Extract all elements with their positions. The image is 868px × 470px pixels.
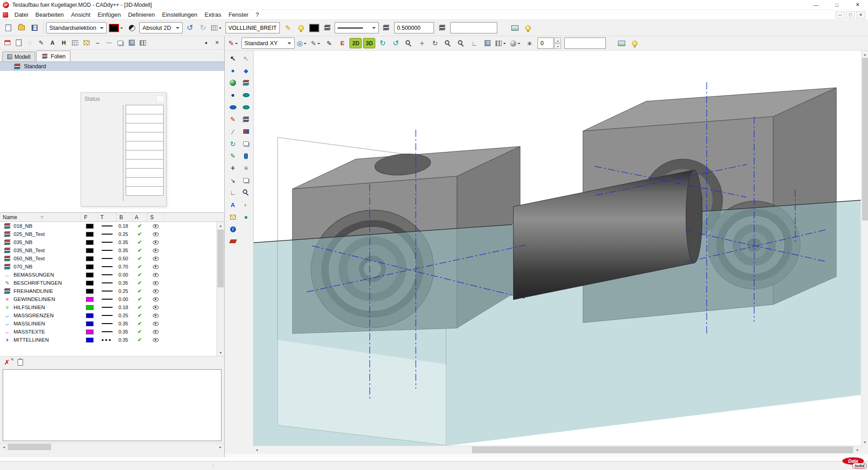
- tree-item-standard[interactable]: Standard: [0, 62, 224, 71]
- new-document-icon[interactable]: [2, 22, 14, 34]
- close-button[interactable]: ✕: [847, 0, 868, 9]
- sketch-pen-icon[interactable]: ✎: [227, 114, 239, 125]
- document-icon[interactable]: [3, 12, 8, 18]
- column-header-b[interactable]: B: [117, 213, 132, 221]
- panel-horizontal-scrollbar[interactable]: ◂ ▸: [0, 443, 224, 451]
- frame-icon[interactable]: [115, 38, 125, 48]
- ucs-corner-icon[interactable]: ∟: [468, 37, 480, 49]
- view-free-input[interactable]: [563, 37, 607, 49]
- layer-row[interactable]: 035_NB0.35✔: [0, 238, 217, 246]
- snap-arrow-icon[interactable]: ↘: [227, 175, 239, 186]
- layer-visibility-eye[interactable]: [153, 224, 159, 228]
- layer-visibility-eye[interactable]: [153, 249, 159, 253]
- scroll-down-icon[interactable]: ▾: [217, 349, 224, 356]
- layer-visibility-eye[interactable]: [153, 289, 159, 293]
- status-field[interactable]: [126, 141, 164, 150]
- layer-active-check[interactable]: ✔: [137, 313, 142, 318]
- status-field[interactable]: [126, 177, 164, 187]
- layer-active-check[interactable]: ✔: [137, 272, 142, 277]
- coordinate-mode-select[interactable]: Absolut 2D: [139, 22, 183, 33]
- star-icon[interactable]: ∗: [524, 37, 535, 49]
- layer-visibility-eye[interactable]: [153, 257, 159, 261]
- zoom-in-icon[interactable]: [442, 37, 454, 49]
- layer-color-swatch[interactable]: [86, 338, 94, 343]
- menu-einfgen[interactable]: Einfügen: [94, 10, 124, 19]
- angle-tool-icon[interactable]: ∟: [227, 187, 239, 198]
- layer-color-swatch[interactable]: [86, 224, 94, 229]
- menu-definieren[interactable]: Definieren: [124, 10, 158, 19]
- selection-sphere-icon[interactable]: ◎: [296, 37, 309, 49]
- folio-book-icon[interactable]: [240, 77, 252, 88]
- status-field[interactable]: [126, 150, 164, 160]
- selection-mode-select[interactable]: Standardselektion: [46, 22, 107, 33]
- line-width-input[interactable]: [393, 22, 435, 34]
- pencil-icon[interactable]: ✎: [36, 38, 46, 48]
- hatch-letter-icon[interactable]: H: [59, 38, 69, 48]
- layer-row[interactable]: ↔MASSTEXTE0.35✔: [0, 328, 217, 336]
- scroll-down-icon[interactable]: ▾: [862, 438, 868, 446]
- layer-stack-icon[interactable]: [321, 22, 333, 34]
- status-popup[interactable]: Status: [80, 92, 166, 207]
- layer-active-check[interactable]: ✔: [137, 256, 142, 261]
- eraser-tool-icon[interactable]: [227, 236, 239, 247]
- layer-visibility-eye[interactable]: [153, 281, 159, 285]
- scroll-right-icon[interactable]: ▸: [854, 446, 861, 454]
- viewport-horizontal-scrollbar[interactable]: ◂ ▸: [253, 446, 861, 454]
- layer-row[interactable]: FREIHANDLINIE0.25✔: [0, 287, 217, 295]
- layer-visibility-eye[interactable]: [153, 273, 159, 277]
- layer-visibility-eye[interactable]: [153, 306, 159, 310]
- status-field[interactable]: [126, 132, 164, 141]
- panel-window-icon[interactable]: [2, 38, 12, 48]
- dash-icon[interactable]: –: [93, 38, 103, 48]
- hatch-lines-icon[interactable]: [81, 38, 91, 48]
- layer-active-check[interactable]: ✔: [137, 337, 142, 343]
- lasso-icon[interactable]: ◌: [25, 38, 35, 48]
- status-field[interactable]: [126, 123, 164, 132]
- rotate-tool-icon[interactable]: ↻: [227, 138, 239, 149]
- value-spinner[interactable]: ▴▾: [537, 37, 562, 49]
- layer-visibility-eye[interactable]: [153, 330, 159, 334]
- status-field[interactable]: [126, 168, 164, 178]
- scroll-up-icon[interactable]: ▴: [862, 51, 868, 58]
- layer-active-check[interactable]: ✔: [137, 296, 142, 302]
- column-header-name[interactable]: Name ▽: [0, 213, 81, 221]
- layer-table-scrollbar[interactable]: ▴ ▾: [217, 222, 224, 356]
- image-export-icon[interactable]: [616, 37, 627, 49]
- panel-close-icon[interactable]: ✕: [212, 38, 222, 48]
- edit-pen-icon[interactable]: ✎: [323, 37, 335, 49]
- table-icon[interactable]: [70, 38, 80, 48]
- layer-row[interactable]: 025_NB_Text0.25✔: [0, 230, 217, 238]
- mdi-close-button[interactable]: ✕: [856, 11, 865, 19]
- sheets-icon[interactable]: [240, 138, 252, 149]
- status-field[interactable]: [126, 159, 164, 169]
- select-ghost-icon[interactable]: ↖: [240, 53, 252, 64]
- status-field[interactable]: [126, 114, 164, 123]
- layer-visibility-eye[interactable]: [153, 322, 159, 326]
- scrollbar-thumb[interactable]: [472, 446, 853, 453]
- current-color-swatch[interactable]: [108, 22, 125, 34]
- menu-fenster[interactable]: Fenster: [225, 10, 252, 19]
- diamond-tool-icon[interactable]: ◆: [240, 65, 252, 76]
- column-header-t[interactable]: T: [98, 213, 117, 221]
- shading-mode-icon[interactable]: [495, 37, 508, 49]
- layer-active-check[interactable]: ✔: [137, 223, 142, 229]
- tab-folien[interactable]: Folien: [36, 51, 71, 61]
- info-tool-icon[interactable]: [227, 224, 239, 235]
- menu-datei[interactable]: Datei: [11, 10, 32, 19]
- refresh-view-icon[interactable]: ↻: [377, 37, 388, 49]
- sphere-tool-icon[interactable]: [227, 77, 239, 88]
- layer-row[interactable]: 035_NB_Text0.35✔: [0, 246, 217, 254]
- copy-page-icon[interactable]: [14, 38, 24, 48]
- layer-row[interactable]: ✎BESCHRIFTUNGEN0.35✔: [0, 279, 217, 287]
- mode-3d-button[interactable]: 3D: [363, 38, 375, 48]
- image-export-icon[interactable]: [509, 22, 521, 34]
- layer-color-swatch[interactable]: [86, 305, 94, 310]
- layer-color-swatch[interactable]: [86, 313, 94, 318]
- open-document-icon[interactable]: [15, 22, 27, 34]
- layer-visibility-eye[interactable]: [153, 314, 159, 318]
- column-header-f[interactable]: F: [81, 213, 98, 221]
- redo-icon[interactable]: ↻: [197, 22, 209, 34]
- free-field-input[interactable]: [449, 22, 498, 34]
- layer-row[interactable]: 018_NB0.18✔: [0, 222, 217, 230]
- help-bulb-icon[interactable]: [629, 37, 641, 49]
